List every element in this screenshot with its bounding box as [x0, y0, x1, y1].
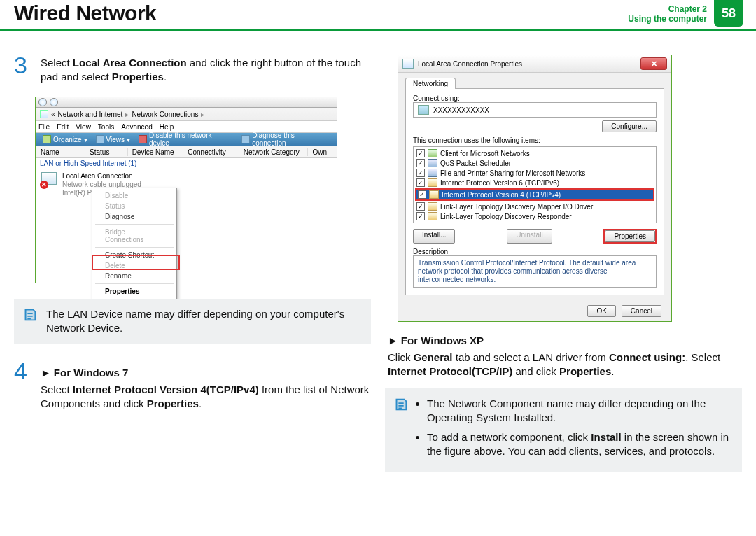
chapter-subtitle: Using the computer — [628, 14, 707, 24]
properties-button[interactable]: Properties — [605, 230, 655, 242]
note-icon — [393, 397, 409, 412]
menu-help[interactable]: Help — [160, 123, 174, 131]
ok-button[interactable]: OK — [587, 305, 615, 317]
col-owner[interactable]: Own — [307, 148, 337, 156]
breadcrumb[interactable]: Network and Internet — [58, 111, 123, 118]
checkbox-icon[interactable]: ✓ — [416, 149, 425, 157]
note-item: To add a network component, click Instal… — [427, 430, 732, 458]
protocol-icon — [428, 178, 438, 187]
ctx-delete[interactable]: Delete — [92, 260, 176, 271]
screenshot-network-connections: « Network and Internet ▸ Network Connect… — [35, 97, 337, 283]
list-item[interactable]: ✓File and Printer Sharing for Microsoft … — [415, 168, 654, 178]
device-name: XXXXXXXXXXXX — [433, 106, 489, 114]
col-device[interactable]: Device Name — [127, 148, 183, 156]
service-icon — [428, 159, 438, 167]
description-text: Transmission Control Protocol/Internet P… — [413, 255, 657, 288]
menu-advanced[interactable]: Advanced — [121, 123, 152, 131]
context-menu: Disable Status Diagnose Bridge Connectio… — [92, 188, 177, 299]
left-column: 3 Select Local Area Connection and click… — [14, 55, 371, 489]
nav-back-icon[interactable] — [38, 98, 47, 106]
checkbox-icon[interactable]: ✓ — [416, 159, 425, 167]
note-icon — [22, 307, 38, 323]
list-item-selected[interactable]: ✓Internet Protocol Version 4 (TCP/IPv4) — [416, 190, 653, 199]
protocol-icon — [428, 202, 438, 211]
service-icon — [428, 169, 438, 177]
ctx-bridge[interactable]: Bridge Connections — [92, 227, 176, 245]
highlight-box: ✓Internet Protocol Version 4 (TCP/IPv4) — [415, 188, 654, 201]
column-headers: Name Status Device Name Connectivity Net… — [36, 146, 337, 158]
list-item[interactable]: ✓Link-Layer Topology Discovery Mapper I/… — [415, 202, 654, 211]
connection-name: Local Area Connection — [62, 172, 141, 181]
toolbar: Organize▾ Views▾ Disable this network de… — [36, 133, 337, 146]
col-connectivity[interactable]: Connectivity — [183, 148, 239, 156]
adapter-icon — [418, 105, 429, 115]
ctx-shortcut[interactable]: Create Shortcut — [92, 250, 176, 260]
list-item[interactable]: ✓Client for Microsoft Networks — [415, 148, 654, 158]
checkbox-icon[interactable]: ✓ — [416, 169, 425, 177]
ctx-diagnose[interactable]: Diagnose — [92, 211, 176, 222]
configure-button[interactable]: Configure... — [602, 120, 657, 132]
window-frame-top — [36, 97, 337, 108]
dialog-title: Local Area Connection Properties — [418, 60, 522, 68]
right-column: Local Area Connection Properties ✕ Netwo… — [385, 55, 742, 489]
note-box: The LAN Device name may differ depending… — [14, 299, 371, 344]
diagnose-button[interactable]: Diagnose this connection — [239, 132, 332, 147]
components-list: ✓Client for Microsoft Networks ✓QoS Pack… — [413, 146, 657, 223]
description-label: Description — [413, 248, 657, 255]
step-number: 4 — [14, 360, 34, 411]
connection-icon — [402, 59, 414, 69]
cancel-button[interactable]: Cancel — [622, 305, 662, 317]
dialog-titlebar: Local Area Connection Properties ✕ — [398, 55, 671, 73]
col-status[interactable]: Status — [85, 148, 127, 156]
checkbox-icon[interactable]: ✓ — [416, 212, 425, 220]
note-box: The Network Component name may differ de… — [385, 388, 742, 472]
arrow-icon: ► — [388, 334, 398, 346]
tab-networking[interactable]: Networking — [405, 78, 456, 89]
menu-view[interactable]: View — [76, 123, 91, 131]
connection-item[interactable]: ✕ Local Area Connection Network cable un… — [40, 172, 332, 197]
network-icon — [40, 110, 48, 118]
disable-device-button[interactable]: Disable this network device — [136, 132, 236, 147]
views-button[interactable]: Views▾ — [93, 135, 134, 143]
connection-icon: ✕ — [40, 172, 58, 189]
step-text: ►For Windows 7 Select Internet Protocol … — [41, 360, 371, 411]
checkbox-icon[interactable]: ✓ — [418, 190, 426, 199]
highlight-box: Properties — [603, 229, 657, 244]
screenshot-lac-properties: Local Area Connection Properties ✕ Netwo… — [398, 55, 672, 322]
chapter-label: Chapter 2 — [628, 4, 707, 14]
organize-button[interactable]: Organize▾ — [40, 135, 90, 143]
nav-fwd-icon[interactable] — [50, 98, 58, 106]
connect-using-label: Connect using: — [413, 94, 657, 102]
menu-file[interactable]: File — [38, 123, 50, 131]
uninstall-button[interactable]: Uninstall — [507, 229, 552, 244]
ctx-disable[interactable]: Disable — [92, 190, 176, 201]
checkbox-icon[interactable]: ✓ — [416, 178, 425, 187]
list-item[interactable]: ✓Internet Protocol Version 6 (TCP/IPv6) — [415, 178, 654, 188]
page-title: Wired Network — [14, 1, 156, 25]
xp-text: Click General tab and select a LAN drive… — [388, 349, 739, 379]
menu-edit[interactable]: Edit — [57, 123, 69, 131]
list-item[interactable]: ✓Link-Layer Topology Discovery Responder — [415, 211, 654, 221]
step-text: Select Local Area Connection and click t… — [41, 55, 371, 84]
menu-tools[interactable]: Tools — [98, 123, 114, 131]
step-4: 4 ►For Windows 7 Select Internet Protoco… — [14, 360, 371, 411]
chapter-tab: Chapter 2 Using the computer 58 — [628, 0, 756, 29]
address-bar[interactable]: « Network and Internet ▸ Network Connect… — [36, 108, 337, 121]
col-category[interactable]: Network Category — [239, 148, 308, 156]
install-button[interactable]: Install... — [413, 229, 455, 244]
os-heading: For Windows 7 — [54, 367, 129, 379]
breadcrumb[interactable]: Network Connections — [132, 111, 198, 118]
page-number: 58 — [714, 0, 743, 27]
ctx-properties[interactable]: Properties — [92, 286, 176, 297]
ctx-rename[interactable]: Rename — [92, 271, 176, 281]
arrow-icon: ► — [41, 367, 51, 379]
client-icon — [428, 149, 438, 157]
close-button[interactable]: ✕ — [640, 57, 667, 70]
list-item[interactable]: ✓QoS Packet Scheduler — [415, 158, 654, 168]
device-field: XXXXXXXXXXXX — [413, 102, 657, 118]
note-item: The Network Component name may differ de… — [427, 397, 732, 425]
col-name[interactable]: Name — [36, 148, 85, 156]
protocol-icon — [429, 190, 439, 199]
ctx-status[interactable]: Status — [92, 201, 176, 211]
checkbox-icon[interactable]: ✓ — [416, 202, 425, 211]
